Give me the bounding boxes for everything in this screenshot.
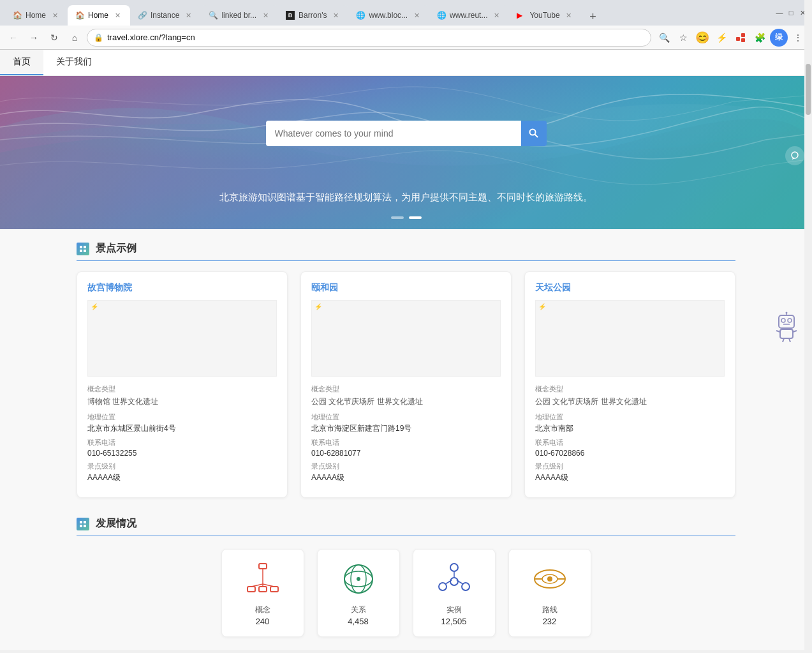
card-title-yiheyuan[interactable]: 颐和园 [311,282,501,294]
tab-youtube[interactable]: ▶ YouTube ✕ [509,5,581,26]
svg-rect-14 [259,564,267,569]
back-button[interactable]: ← [5,29,22,46]
hero-search-input[interactable] [266,121,521,146]
reload-button[interactable]: ↻ [46,29,63,46]
tab-close-1[interactable]: ✕ [50,10,60,20]
hero-dot-2[interactable] [409,216,422,219]
svg-point-28 [450,578,458,585]
stat-value-route: 232 [517,617,583,626]
svg-line-4 [535,135,538,138]
card-phone-label-tiantan: 联系电话 [535,438,725,447]
card-geo-value-yiheyuan: 北京市海淀区新建宫门路19号 [311,423,501,434]
stat-label-relation: 关系 [325,604,392,615]
tab-label-7: www.reut... [450,11,487,20]
stat-label-concept: 概念 [230,604,296,615]
user-avatar[interactable]: 绿 [770,29,788,47]
tab-reuters[interactable]: 🌐 www.reut... ✕ [429,5,509,26]
stat-value-relation: 4,458 [325,617,392,626]
section-icon-stats [77,518,89,530]
tab-close-6[interactable]: ✕ [411,10,422,20]
stats-title: 发展情况 [96,517,137,530]
card-level-label-tiantan: 景点级别 [535,462,725,471]
stat-icon-concept [244,560,282,598]
tab-close-4[interactable]: ✕ [260,10,270,20]
svg-rect-16 [270,587,278,592]
card-geo-label-gugong: 地理位置 [87,412,277,422]
tab-label-6: www.bloc... [369,11,408,20]
card-title-gugong[interactable]: 故宫博物院 [87,282,277,294]
tab-label-2: Home [88,11,108,20]
forward-button[interactable]: → [26,29,42,46]
attractions-title: 景点示例 [96,242,137,255]
card-geo-label-yiheyuan: 地理位置 [311,412,501,422]
card-image-yiheyuan [311,300,501,377]
extension-icon[interactable] [732,29,749,47]
puzzle-icon[interactable]: 🧩 [751,29,769,47]
card-phone-value-gugong: 010-65132255 [87,449,277,458]
url-bar[interactable]: 🔒 travel.xlore.cn/?lang=cn [87,29,651,47]
tab-close-3[interactable]: ✕ [183,10,193,20]
card-phone-value-yiheyuan: 010-62881077 [311,449,501,458]
card-level-value-gugong: AAAAA级 [87,472,277,483]
tab-home-1[interactable]: 🏠 Home ✕ [5,5,68,26]
svg-point-24 [357,577,360,581]
tab-favicon-7: 🌐 [437,11,446,20]
scroll-thumb[interactable] [806,64,811,115]
svg-rect-11 [84,521,86,523]
tab-label-3: Instance [151,11,179,20]
home-button[interactable]: ⌂ [66,29,83,46]
lightning-icon[interactable]: ⚡ [712,29,730,47]
minimize-button[interactable]: — [775,8,784,17]
chatbot-icon[interactable] [774,311,799,343]
tab-close-8[interactable]: ✕ [564,10,574,20]
tab-close-2[interactable]: ✕ [112,10,122,20]
tab-instance[interactable]: 🔗 Instance ✕ [130,5,201,26]
stat-instance: 实例 12,505 [413,549,496,637]
chatbot-float[interactable] [774,311,799,343]
card-level-label-gugong: 景点级别 [87,462,277,471]
attractions-section: 景点示例 故宫博物院 概念类型 博物馆 世界文化遗址 地理位置 北京市东城区景山… [77,242,735,498]
tab-home-2[interactable]: 🏠 Home ✕ [68,5,130,26]
stat-icon-relation [339,560,378,598]
tab-label-1: Home [26,11,46,20]
scroll-track[interactable] [804,0,812,650]
tab-close-7[interactable]: ✕ [491,10,501,20]
nav-home[interactable]: 首页 [0,50,43,75]
card-title-tiantan[interactable]: 天坛公园 [535,282,725,294]
tab-barrons[interactable]: B Barron's ✕ [278,5,348,26]
stat-icon-instance [435,560,473,598]
card-geo-label-tiantan: 地理位置 [535,412,725,422]
hero-chat-icon[interactable] [785,146,804,165]
address-bar: ← → ↻ ⌂ 🔒 travel.xlore.cn/?lang=cn 🔍 ☆ 😊… [0,26,812,50]
tab-close-5[interactable]: ✕ [330,10,341,20]
maximize-button[interactable]: □ [786,8,795,17]
tab-linked[interactable]: 🔍 linked br... ✕ [201,5,278,26]
profile-icon-1[interactable]: 😊 [693,29,711,47]
toolbar-icons: 🔍 ☆ 😊 ⚡ 🧩 绿 ⋮ [655,29,807,47]
tab-blog[interactable]: 🌐 www.bloc... ✕ [348,5,429,26]
card-phone-label-gugong: 联系电话 [87,438,277,447]
svg-point-42 [786,311,788,313]
nav-about[interactable]: 关于我们 [43,50,105,75]
stat-label-instance: 实例 [421,604,487,615]
svg-point-5 [792,152,798,158]
hero-dot-1[interactable] [391,216,404,219]
tab-favicon-6: 🌐 [356,11,365,20]
window-controls: — □ ✕ [775,8,807,17]
stats-section: 发展情况 [77,517,735,637]
svg-rect-6 [80,246,82,248]
card-geo-value-tiantan: 北京市南部 [535,423,725,434]
stat-icon-route [531,560,569,598]
stat-relation: 关系 4,458 [317,549,400,637]
hero-search-button[interactable] [521,121,547,146]
main-content: 景点示例 故宫博物院 概念类型 博物馆 世界文化遗址 地理位置 北京市东城区景山… [0,229,812,650]
svg-rect-17 [259,587,267,592]
svg-rect-37 [779,315,794,328]
card-concept-label-tiantan: 概念类型 [535,384,725,394]
bookmark-icon[interactable]: ☆ [674,29,692,47]
tab-favicon-3: 🔗 [138,11,147,20]
new-tab-button[interactable]: + [584,8,602,26]
tab-favicon-1: 🏠 [13,11,22,20]
search-icon[interactable]: 🔍 [655,29,673,47]
svg-rect-8 [80,250,82,252]
